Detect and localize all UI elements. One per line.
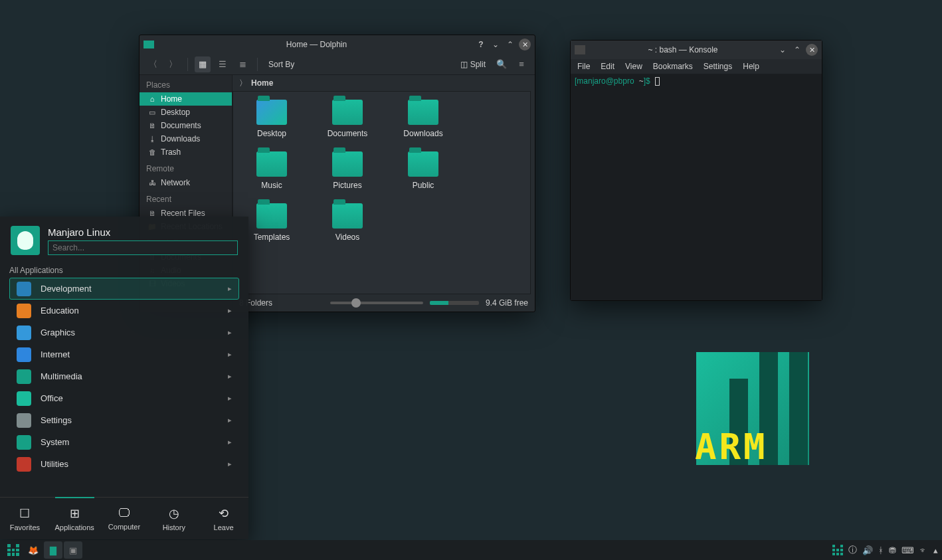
hamburger-menu-button[interactable]: ≡ bbox=[514, 56, 529, 72]
start-button[interactable] bbox=[4, 541, 23, 559]
category-icon bbox=[17, 369, 31, 384]
split-button[interactable]: ◫ Split bbox=[456, 58, 490, 70]
icons-view-button[interactable]: ▦ bbox=[195, 56, 211, 72]
tray-icon[interactable]: ▴ bbox=[933, 545, 938, 555]
tray-icon[interactable]: ᯤ bbox=[919, 545, 928, 555]
folder-icon bbox=[332, 100, 363, 125]
category-icon bbox=[17, 391, 31, 406]
maximize-button[interactable]: ⌃ bbox=[791, 44, 803, 56]
taskbar-panel: 🦊 ▇ ▣ ⓘ🔊ᚼ⛃⌨ᯤ▴ bbox=[0, 540, 942, 560]
launcher-tab-favorites[interactable]: ☐ Favorites bbox=[0, 498, 50, 539]
search-button[interactable]: 🔍 bbox=[494, 56, 510, 72]
folder-downloads[interactable]: Downloads bbox=[397, 100, 450, 138]
category-utilities[interactable]: Utilities ▸ bbox=[9, 453, 239, 475]
search-input[interactable] bbox=[48, 240, 238, 255]
tab-icon: ◷ bbox=[169, 506, 179, 521]
maximize-button[interactable]: ⌃ bbox=[504, 39, 516, 50]
konsole-terminal[interactable]: [manjaro@pbpro ~]$ bbox=[571, 74, 822, 300]
folder-documents[interactable]: Documents bbox=[321, 100, 374, 138]
launcher-tab-applications[interactable]: ⊞ Applications bbox=[50, 498, 100, 539]
chevron-right-icon: ▸ bbox=[228, 306, 232, 315]
place-icon: ⭳ bbox=[147, 135, 157, 143]
chevron-right-icon: ▸ bbox=[228, 438, 232, 446]
folder-templates[interactable]: Templates bbox=[245, 203, 298, 242]
category-education[interactable]: Education ▸ bbox=[9, 300, 239, 322]
folder-icon bbox=[256, 151, 287, 177]
tray-icon[interactable]: ⓘ bbox=[848, 544, 857, 556]
places-item-network[interactable]: 🖧Network bbox=[140, 176, 232, 189]
close-button[interactable]: ✕ bbox=[519, 39, 531, 50]
tab-icon: ☐ bbox=[19, 506, 30, 521]
dolphin-title: Home — Dolphin bbox=[158, 40, 475, 49]
manjaro-logo-icon bbox=[7, 544, 19, 556]
konsole-titlebar[interactable]: ~ : bash — Konsole ⌄ ⌃ ✕ bbox=[571, 41, 822, 59]
tray-icon[interactable]: 🔊 bbox=[862, 545, 873, 555]
konsole-title: ~ : bash — Konsole bbox=[589, 45, 777, 54]
manjaro-tray-icon[interactable] bbox=[832, 545, 843, 555]
dolphin-statusbar: 8 Folders 9.4 GiB free bbox=[233, 294, 535, 312]
tray-icon[interactable]: ᚼ bbox=[878, 545, 884, 555]
terminal-icon: ▣ bbox=[69, 545, 77, 555]
task-dolphin[interactable]: ▇ bbox=[44, 541, 62, 559]
menu-settings[interactable]: Settings bbox=[704, 62, 732, 71]
forward-button[interactable]: 〉 bbox=[165, 56, 181, 72]
folder-icon: ▇ bbox=[50, 545, 56, 555]
desktop-logo: ARM bbox=[696, 352, 809, 465]
compact-view-button[interactable]: ☰ bbox=[215, 56, 231, 72]
launcher-tab-history[interactable]: ◷ History bbox=[149, 498, 199, 539]
places-item-documents[interactable]: 🗎Documents bbox=[140, 119, 232, 132]
places-section-header: Remote bbox=[140, 159, 232, 176]
minimize-button[interactable]: ⌄ bbox=[490, 39, 502, 50]
status-free: 9.4 GiB free bbox=[486, 298, 528, 308]
places-item-home[interactable]: ⌂Home bbox=[140, 92, 232, 106]
launcher-tab-computer[interactable]: 🖵 Computer bbox=[100, 498, 149, 539]
dolphin-breadcrumb[interactable]: 〉 Home bbox=[233, 75, 535, 91]
chevron-right-icon: ▸ bbox=[228, 416, 232, 424]
task-konsole[interactable]: ▣ bbox=[64, 541, 82, 559]
konsole-window: ~ : bash — Konsole ⌄ ⌃ ✕ FileEditViewBoo… bbox=[570, 40, 822, 301]
menu-edit[interactable]: Edit bbox=[601, 62, 614, 71]
folder-videos[interactable]: Videos bbox=[321, 203, 374, 242]
chevron-right-icon: ▸ bbox=[228, 350, 232, 359]
place-icon: 🗎 bbox=[147, 122, 157, 130]
tray-icon[interactable]: ⌨ bbox=[901, 545, 914, 555]
close-button[interactable]: ✕ bbox=[806, 44, 818, 56]
category-multimedia[interactable]: Multimedia ▸ bbox=[9, 365, 239, 387]
task-firefox[interactable]: 🦊 bbox=[24, 541, 43, 559]
menu-file[interactable]: File bbox=[577, 62, 590, 71]
folder-icon bbox=[332, 151, 363, 177]
menu-view[interactable]: View bbox=[625, 62, 642, 71]
user-avatar[interactable] bbox=[11, 226, 40, 255]
folder-music[interactable]: Music bbox=[245, 151, 298, 190]
places-item-trash[interactable]: 🗑Trash bbox=[140, 145, 232, 159]
folder-public[interactable]: Public bbox=[397, 151, 450, 190]
dolphin-icon bbox=[143, 41, 154, 48]
places-item-desktop[interactable]: ▭Desktop bbox=[140, 106, 232, 119]
category-development[interactable]: Development ▸ bbox=[9, 278, 239, 300]
sort-button[interactable]: Sort By bbox=[264, 56, 298, 72]
back-button[interactable]: 〈 bbox=[145, 56, 161, 72]
tray-icon[interactable]: ⛃ bbox=[889, 545, 896, 555]
chevron-right-icon: ▸ bbox=[228, 328, 232, 337]
details-view-button[interactable]: ≣ bbox=[235, 56, 250, 72]
category-settings[interactable]: Settings ▸ bbox=[9, 409, 239, 431]
launcher-tab-leave[interactable]: ⟲ Leave bbox=[199, 498, 248, 539]
category-internet[interactable]: Internet ▸ bbox=[9, 343, 239, 365]
menu-bookmarks[interactable]: Bookmarks bbox=[653, 62, 693, 71]
folder-icon bbox=[408, 100, 438, 125]
zoom-slider[interactable] bbox=[330, 302, 423, 304]
help-button[interactable]: ? bbox=[475, 39, 487, 50]
place-icon: 🗑 bbox=[147, 148, 157, 156]
category-office[interactable]: Office ▸ bbox=[9, 387, 239, 409]
dolphin-titlebar[interactable]: Home — Dolphin ? ⌄ ⌃ ✕ bbox=[140, 35, 535, 54]
minimize-button[interactable]: ⌄ bbox=[777, 44, 789, 56]
folder-icon bbox=[408, 151, 438, 177]
category-system[interactable]: System ▸ bbox=[9, 431, 239, 453]
places-item-downloads[interactable]: ⭳Downloads bbox=[140, 132, 232, 145]
folder-icon bbox=[332, 203, 363, 229]
menu-help[interactable]: Help bbox=[743, 62, 759, 71]
folder-desktop[interactable]: Desktop bbox=[245, 100, 298, 138]
folder-pictures[interactable]: Pictures bbox=[321, 151, 374, 190]
places-section-header: Places bbox=[140, 75, 232, 92]
category-graphics[interactable]: Graphics ▸ bbox=[9, 322, 239, 343]
